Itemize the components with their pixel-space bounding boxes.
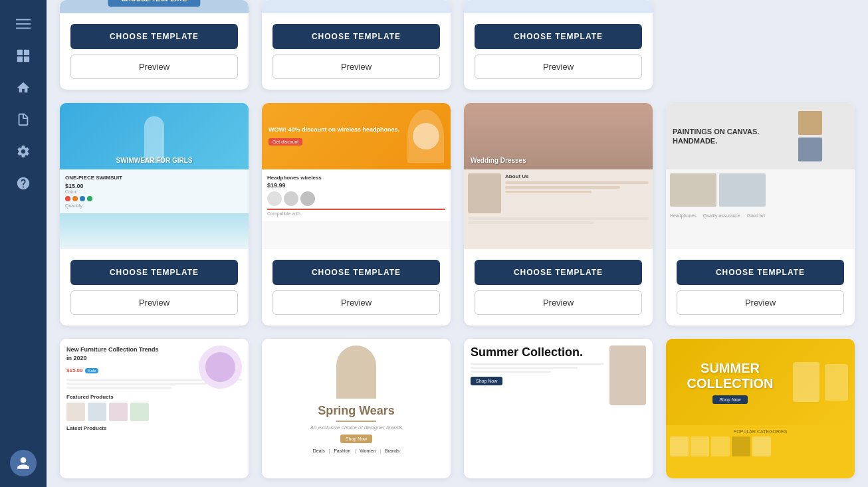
svg-rect-6 <box>24 56 29 62</box>
template-card-furniture: New Furniture Collection Trends in 2020 … <box>60 339 249 478</box>
spring-subtitle: An exclusive choice of designer brands <box>310 425 403 431</box>
choose-template-button-wedding[interactable]: CHOOSE TEMPLATE <box>475 260 642 285</box>
user-avatar[interactable] <box>10 450 37 476</box>
choose-template-button-top2[interactable]: CHOOSE TEMPLATE <box>272 24 440 49</box>
svg-rect-3 <box>17 50 23 55</box>
menu-icon[interactable] <box>10 11 37 37</box>
svg-rect-2 <box>16 28 31 29</box>
help-icon[interactable] <box>10 170 37 197</box>
swimwear-price: $15.00 <box>65 183 243 189</box>
furniture-title: New Furniture Collection Trends in 2020 <box>66 345 163 362</box>
wedding-hero-text: Wedding Dresses <box>471 157 526 164</box>
preview-button-swimwear[interactable]: Preview <box>70 290 238 315</box>
template-card-spring: Spring Wears An exclusive choice of desi… <box>262 339 451 478</box>
svg-rect-4 <box>24 50 29 55</box>
spring-title: Spring Wears <box>318 404 395 418</box>
preview-button-paintings[interactable]: Preview <box>677 290 844 315</box>
preview-button-wedding[interactable]: Preview <box>475 290 642 315</box>
headphones-hero-text: WOW! 40% discount on wireless headphones… <box>269 126 401 134</box>
home-icon[interactable] <box>10 74 37 101</box>
template-card-summer-yellow: SUMMER COLLECTION Shop Now POPULAR CATEG… <box>666 339 855 478</box>
svg-rect-5 <box>17 56 23 62</box>
summer-collection-title: Summer Collection. <box>471 345 604 360</box>
settings-icon[interactable] <box>10 138 37 165</box>
sidebar <box>0 0 47 487</box>
template-card-headphones: WOW! 40% discount on wireless headphones… <box>262 103 451 326</box>
template-card-top-2: CHOOSE TEMPLATE Preview <box>262 0 451 90</box>
wedding-about-text: About Us <box>505 173 649 179</box>
swimwear-product-title: ONE-PIECE SWIMSUIT <box>65 175 243 181</box>
preview-button-headphones[interactable]: Preview <box>272 290 440 315</box>
template-card-top-1: CHOOSE TEMPLATE CHOOSE TEMPLATE Preview <box>60 0 249 90</box>
choose-template-button-headphones[interactable]: CHOOSE TEMPLATE <box>272 260 440 285</box>
template-card-swimwear: SWIMWEAR FOR GIRLS ONE-PIECE SWIMSUIT $1… <box>60 103 249 326</box>
choose-template-button-paintings[interactable]: CHOOSE TEMPLATE <box>677 260 844 285</box>
preview-button-top2[interactable]: Preview <box>272 54 440 79</box>
preview-button-top1[interactable]: Preview <box>70 54 238 79</box>
template-card-summer-collection: Summer Collection. Shop Now Featured Pro… <box>464 339 653 478</box>
choose-template-button-swimwear[interactable]: CHOOSE TEMPLATE <box>70 260 238 285</box>
headphones-price: $19.99 <box>267 182 445 189</box>
svg-rect-1 <box>16 23 31 25</box>
swimwear-colors <box>65 196 243 201</box>
summer-yellow-title: SUMMER COLLECTION <box>673 361 788 391</box>
svg-rect-0 <box>16 19 31 21</box>
template-card-paintings: PAINTINGS ON CANVAS. HANDMADE. Headphone… <box>666 103 855 326</box>
choose-template-button-top3[interactable]: CHOOSE TEMPLATE <box>475 24 642 49</box>
main-content: CHOOSE TEMPLATE CHOOSE TEMPLATE Preview … <box>47 0 868 487</box>
choose-template-button-top1[interactable]: CHOOSE TEMPLATE <box>70 24 238 49</box>
paintings-hero-text: PAINTINGS ON CANVAS. HANDMADE. <box>673 127 798 146</box>
document-icon[interactable] <box>10 106 37 133</box>
dashboard-icon[interactable] <box>10 43 37 69</box>
swimwear-hero-text: SWIMWEAR FOR GIRLS <box>116 157 193 164</box>
headphones-product-title: Headphones wireless <box>267 175 445 181</box>
preview-button-top3[interactable]: Preview <box>475 54 642 79</box>
template-card-top-3: CHOOSE TEMPLATE Preview <box>464 0 653 90</box>
template-card-wedding: Wedding Dresses About Us CH <box>464 103 653 326</box>
template-grid: CHOOSE TEMPLATE CHOOSE TEMPLATE Preview … <box>60 0 855 478</box>
